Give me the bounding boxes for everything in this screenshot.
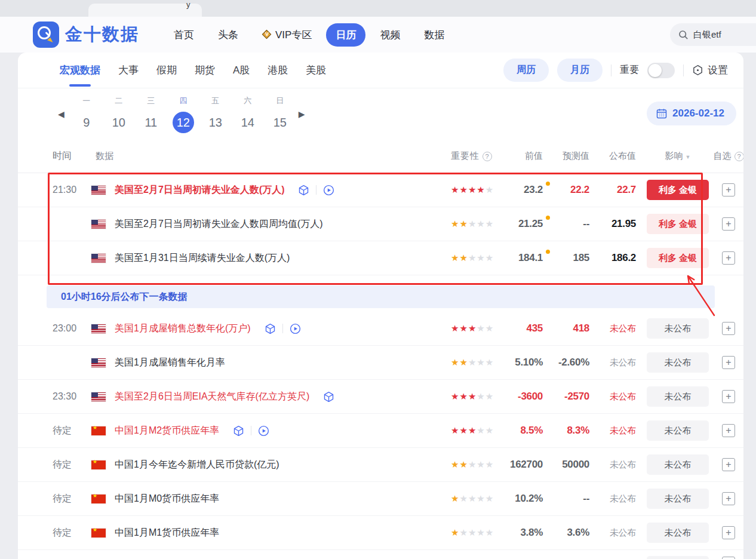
row-time: 待定 bbox=[53, 425, 91, 437]
next-week-arrow[interactable]: ▶ bbox=[296, 107, 308, 121]
country-flag bbox=[91, 358, 106, 368]
add-watchlist-button[interactable]: + bbox=[722, 251, 735, 265]
data-cube-icon[interactable] bbox=[297, 184, 310, 196]
published-value: 22.7 bbox=[589, 184, 636, 196]
indicator-name[interactable]: 美国1月成屋销售总数年化(万户) bbox=[115, 322, 251, 335]
prev-week-arrow[interactable]: ◀ bbox=[56, 107, 67, 121]
day-9[interactable]: 一9 bbox=[70, 96, 103, 133]
importance-stars: ★★★★★ bbox=[451, 185, 501, 195]
nav-item-0[interactable]: 首页 bbox=[164, 23, 204, 47]
day-11[interactable]: 三11 bbox=[135, 96, 167, 133]
previous-value: -3600 bbox=[501, 391, 543, 403]
add-watchlist-button[interactable]: + bbox=[722, 557, 735, 559]
subnav-tab-4[interactable]: A股 bbox=[233, 60, 250, 81]
impact-badge[interactable]: 未公布 bbox=[647, 386, 709, 407]
importance-stars: ★★★★★ bbox=[451, 323, 501, 334]
subnav-tab-6[interactable]: 美股 bbox=[306, 60, 326, 81]
browser-chrome-remnant: y bbox=[0, 0, 756, 17]
important-toggle[interactable] bbox=[647, 63, 675, 78]
day-13[interactable]: 五13 bbox=[199, 96, 232, 133]
nav-item-2[interactable]: VVIP专区 bbox=[253, 23, 321, 47]
impact-badge[interactable]: 利多 金银 bbox=[647, 214, 709, 234]
indicator-name[interactable]: 美国至2月7日当周初请失业金人数四周均值(万人) bbox=[115, 218, 322, 231]
header-importance[interactable]: 重要性? bbox=[451, 150, 501, 162]
date-strip: ◀ 一9二10三11四12五13六14日15 ▶ 2026-02-12 bbox=[18, 88, 743, 140]
table-row: 美国至2月7日当周初请失业金人数四周均值(万人) ★★★★★ 21.25 -- … bbox=[18, 207, 743, 241]
indicator-name[interactable]: 中国1月M2货币供应年率 bbox=[115, 425, 219, 437]
add-watchlist-button[interactable]: + bbox=[722, 390, 735, 403]
day-14[interactable]: 六14 bbox=[232, 96, 264, 133]
impact-badge[interactable]: 未公布 bbox=[647, 523, 709, 543]
day-10[interactable]: 二10 bbox=[103, 96, 135, 133]
data-cube-icon[interactable] bbox=[232, 425, 245, 437]
indicator-name[interactable]: 中国1月今年迄今新增人民币贷款(亿元) bbox=[115, 459, 279, 471]
indicator-name[interactable]: 美国至1月31日当周续请失业金人数(万人) bbox=[115, 252, 290, 265]
impact-badge[interactable]: 利多 金银 bbox=[647, 180, 709, 200]
previous-value: 5.10% bbox=[501, 357, 543, 368]
settings-button[interactable]: 设置 bbox=[692, 63, 728, 77]
published-value: 未公布 bbox=[589, 527, 636, 539]
add-watchlist-button[interactable]: + bbox=[722, 217, 735, 231]
indicator-name[interactable]: 美国至2月7日当周初请失业金人数(万人) bbox=[115, 184, 284, 196]
add-watchlist-button[interactable]: + bbox=[722, 322, 735, 335]
nav-item-1[interactable]: 头条 bbox=[208, 23, 248, 47]
nav-item-5[interactable]: 数据 bbox=[414, 23, 454, 47]
add-watchlist-button[interactable]: + bbox=[722, 492, 735, 505]
search-box[interactable] bbox=[670, 23, 756, 46]
add-watchlist-button[interactable]: + bbox=[722, 356, 735, 369]
day-12[interactable]: 四12 bbox=[167, 96, 199, 133]
indicator-name[interactable]: 美国1月成屋销售年化月率 bbox=[115, 357, 225, 369]
add-watchlist-button[interactable]: + bbox=[722, 458, 735, 471]
subnav-tab-2[interactable]: 假期 bbox=[156, 60, 177, 81]
country-flag bbox=[91, 426, 106, 436]
table-row: 美国1月成屋销售年化月率 ★★★★★ 5.10% -2.60% 未公布 未公布 … bbox=[18, 346, 743, 380]
nav-item-4[interactable]: 视频 bbox=[370, 23, 410, 47]
data-cube-icon[interactable] bbox=[322, 391, 335, 403]
table-row: 待定 中国1月今年迄今新增人民币贷款(亿元) ★★★★★ 162700 5000… bbox=[18, 448, 743, 482]
table-row: 待定 中国1月M2货币供应年率 ★★★★★ 8.5% 8.3% 未公布 未公布 … bbox=[18, 414, 743, 448]
subnav-tab-0[interactable]: 宏观数据 bbox=[60, 60, 100, 81]
search-input[interactable] bbox=[693, 30, 753, 40]
nav-item-3[interactable]: 日历 bbox=[326, 23, 365, 47]
previous-value: 162700 bbox=[501, 459, 543, 471]
published-value: 未公布 bbox=[589, 425, 636, 437]
indicator-name[interactable]: 中国1月M0货币供应年率 bbox=[115, 493, 219, 505]
add-watchlist-button[interactable]: + bbox=[722, 183, 735, 196]
impact-badge[interactable]: 未公布 bbox=[647, 489, 709, 509]
importance-stars: ★★★★★ bbox=[451, 391, 501, 402]
add-watchlist-button[interactable]: + bbox=[722, 424, 735, 437]
week-view-button[interactable]: 周历 bbox=[503, 59, 549, 82]
brand[interactable]: 金十数据 bbox=[33, 22, 139, 48]
date-picker[interactable]: 2026-02-12 bbox=[647, 102, 736, 125]
subnav-tab-3[interactable]: 期货 bbox=[195, 60, 215, 81]
forecast-value: -2570 bbox=[543, 391, 589, 403]
jin10-logo-icon bbox=[33, 22, 59, 48]
indicator-name[interactable]: 美国至2月6日当周EIA天然气库存(亿立方英尺) bbox=[115, 391, 309, 403]
forecast-value: -- bbox=[543, 218, 589, 230]
data-cube-icon[interactable] bbox=[264, 322, 276, 335]
sort-caret-icon: ▼ bbox=[686, 154, 691, 160]
header-impact[interactable]: 影响▼ bbox=[636, 150, 720, 162]
day-15[interactable]: 日15 bbox=[264, 96, 296, 133]
play-icon[interactable] bbox=[322, 184, 335, 196]
help-icon[interactable]: ? bbox=[483, 152, 492, 161]
impact-badge[interactable]: 利多 金银 bbox=[647, 248, 709, 268]
impact-badge[interactable]: 未公布 bbox=[647, 556, 709, 559]
header-watch[interactable]: 自选? bbox=[720, 150, 737, 162]
help-icon[interactable]: ? bbox=[735, 152, 744, 161]
header-time: 时间 bbox=[53, 150, 91, 162]
indicator-name[interactable]: 中国1月M1货币供应年率 bbox=[115, 527, 219, 539]
month-view-button[interactable]: 月历 bbox=[557, 59, 603, 82]
play-icon[interactable] bbox=[289, 322, 302, 335]
add-watchlist-button[interactable]: + bbox=[722, 526, 735, 539]
play-icon[interactable] bbox=[257, 425, 270, 437]
impact-badge[interactable]: 未公布 bbox=[647, 352, 709, 373]
subnav-tab-1[interactable]: 大事 bbox=[118, 60, 139, 81]
subnav-tab-5[interactable]: 港股 bbox=[268, 60, 288, 81]
forecast-value: 185 bbox=[543, 252, 589, 264]
published-value: 未公布 bbox=[589, 493, 636, 505]
impact-badge[interactable]: 未公布 bbox=[647, 420, 709, 441]
impact-badge[interactable]: 未公布 bbox=[647, 318, 709, 339]
next-data-notice: 01小时16分后公布下一条数据 bbox=[47, 285, 715, 308]
impact-badge[interactable]: 未公布 bbox=[647, 454, 709, 475]
